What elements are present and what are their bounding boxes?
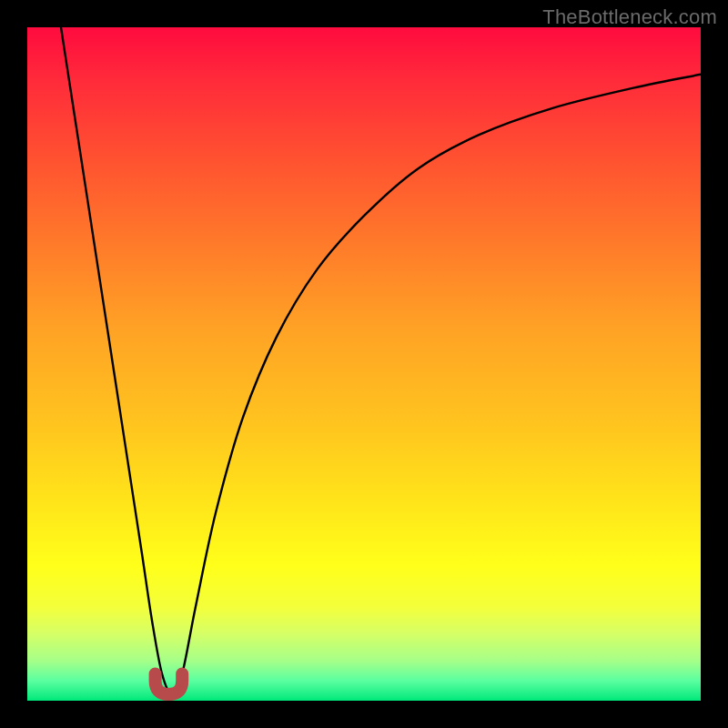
watermark-text: TheBottleneck.com xyxy=(542,5,717,29)
bottleneck-curve xyxy=(61,27,701,694)
chart-svg xyxy=(27,27,701,701)
plot-area xyxy=(27,27,701,701)
minimum-marker xyxy=(156,673,183,694)
chart-frame: TheBottleneck.com xyxy=(0,0,728,728)
